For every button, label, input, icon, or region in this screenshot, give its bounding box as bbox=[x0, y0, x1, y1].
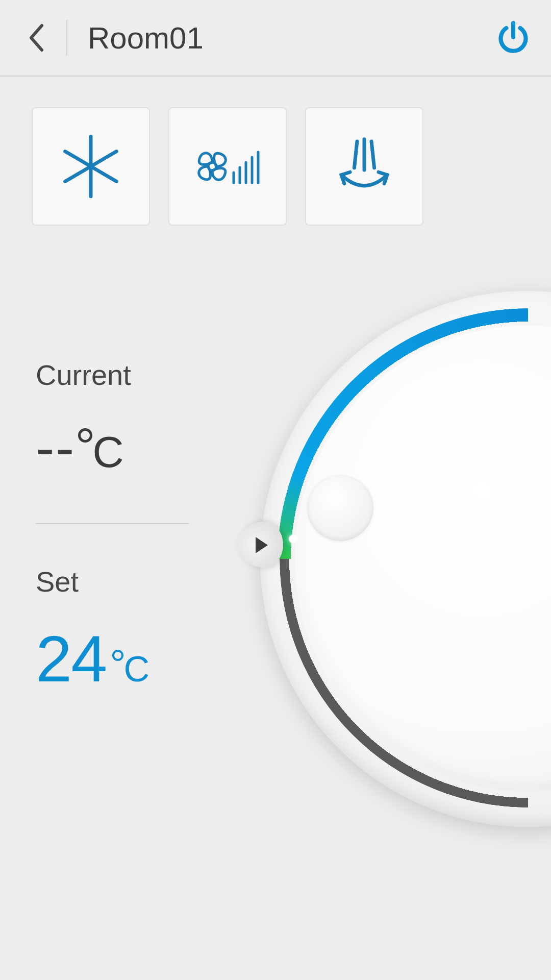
set-temp-unit: C bbox=[112, 649, 149, 690]
header-divider bbox=[66, 20, 67, 56]
svg-line-11 bbox=[371, 141, 374, 168]
temperature-dial[interactable] bbox=[260, 291, 551, 827]
back-button[interactable] bbox=[20, 22, 51, 53]
current-temp-value: -- bbox=[36, 420, 75, 476]
header-bar: Room01 bbox=[0, 0, 551, 77]
dial-handle[interactable] bbox=[237, 522, 283, 568]
play-triangle-icon bbox=[256, 537, 268, 553]
chevron-left-icon bbox=[27, 22, 45, 53]
fan-speed-icon bbox=[192, 131, 263, 202]
mode-buttons-row bbox=[0, 77, 551, 226]
mode-swing-button[interactable] bbox=[305, 107, 423, 226]
set-temp-value: 24 bbox=[36, 626, 106, 692]
power-icon bbox=[496, 20, 531, 55]
current-temp-unit: C bbox=[78, 427, 123, 477]
dial-indicator-dot bbox=[289, 535, 297, 543]
air-swing-icon bbox=[329, 131, 400, 202]
mode-fan-button[interactable] bbox=[168, 107, 287, 226]
room-title: Room01 bbox=[88, 20, 496, 56]
mode-cool-button[interactable] bbox=[32, 107, 150, 226]
dial-bump bbox=[307, 475, 373, 541]
power-button[interactable] bbox=[496, 20, 531, 55]
temp-divider bbox=[36, 523, 189, 524]
svg-line-9 bbox=[354, 141, 357, 168]
snowflake-icon bbox=[55, 131, 127, 202]
